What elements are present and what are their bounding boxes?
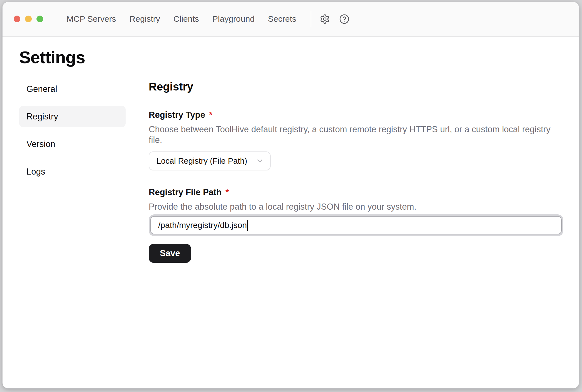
text-cursor: [247, 220, 248, 231]
registry-type-select-value: Local Registry (File Path): [156, 156, 247, 166]
help-button[interactable]: [338, 13, 350, 25]
required-asterisk: *: [226, 187, 229, 198]
section-title: Registry: [149, 80, 563, 93]
registry-type-label: Registry Type *: [149, 110, 563, 120]
nav-item-registry[interactable]: Registry: [129, 14, 160, 24]
settings-page: Settings General Registry Version Logs R…: [3, 37, 579, 388]
sidebar-item-registry[interactable]: Registry: [19, 106, 126, 127]
save-button[interactable]: Save: [149, 244, 191, 263]
titlebar: MCP Servers Registry Clients Playground …: [3, 2, 579, 37]
nav-item-clients[interactable]: Clients: [173, 14, 199, 24]
settings-button[interactable]: [319, 13, 331, 25]
registry-type-select[interactable]: Local Registry (File Path): [149, 151, 271, 170]
registry-type-description: Choose between ToolHive default registry…: [149, 124, 563, 145]
registry-file-path-label-text: Registry File Path: [149, 187, 222, 198]
registry-file-path-input[interactable]: /path/myregistry/db.json: [150, 216, 562, 234]
gear-icon: [320, 14, 330, 24]
registry-settings-panel: Registry Registry Type * Choose between …: [149, 78, 563, 263]
settings-sidebar: General Registry Version Logs: [19, 78, 126, 182]
sidebar-item-general[interactable]: General: [19, 78, 126, 100]
help-circle-icon: [339, 14, 349, 24]
nav-item-mcp-servers[interactable]: MCP Servers: [67, 14, 116, 24]
sidebar-item-logs[interactable]: Logs: [19, 161, 126, 182]
close-button[interactable]: [14, 16, 20, 22]
nav-item-playground[interactable]: Playground: [212, 14, 255, 24]
registry-file-path-value: /path/myregistry/db.json: [158, 220, 247, 230]
sidebar-item-version[interactable]: Version: [19, 133, 126, 155]
titlebar-divider: [311, 11, 311, 27]
traffic-lights: [14, 16, 43, 22]
zoom-button[interactable]: [36, 16, 43, 22]
top-nav: MCP Servers Registry Clients Playground …: [67, 14, 296, 24]
page-title: Settings: [19, 47, 579, 67]
chevron-down-icon: [256, 157, 264, 165]
nav-item-secrets[interactable]: Secrets: [268, 14, 296, 24]
registry-file-path-label: Registry File Path *: [149, 187, 563, 198]
minimize-button[interactable]: [25, 16, 32, 22]
app-window: MCP Servers Registry Clients Playground …: [2, 2, 579, 389]
required-asterisk: *: [209, 110, 212, 120]
registry-file-path-description: Provide the absolute path to a local reg…: [149, 202, 563, 212]
registry-type-label-text: Registry Type: [149, 110, 205, 120]
